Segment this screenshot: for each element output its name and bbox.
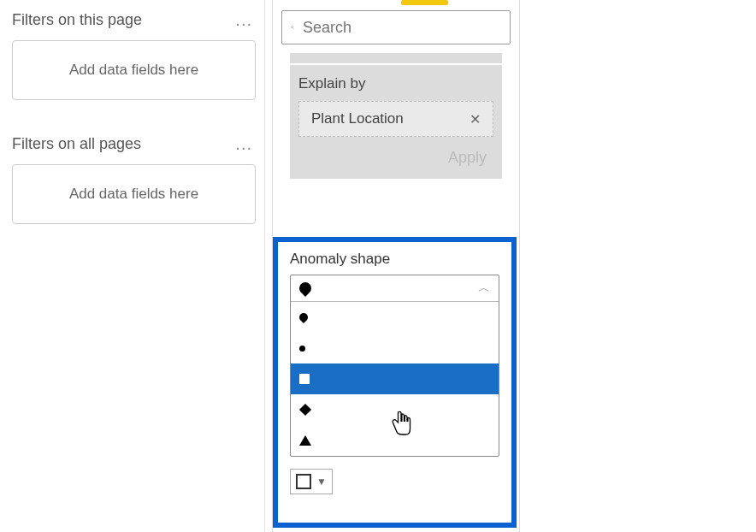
shape-option-dot[interactable] — [291, 333, 499, 364]
apply-button[interactable]: Apply — [298, 149, 493, 167]
remove-chip-icon[interactable]: ✕ — [470, 111, 481, 127]
drop-icon — [298, 311, 310, 323]
filters-on-page-header: Filters on this page ... — [12, 0, 256, 37]
chip-label: Plant Location — [311, 110, 404, 127]
explain-by-label: Explain by — [298, 75, 493, 92]
field-well-placeholder: Add data fields here — [69, 186, 198, 202]
allpages-filter-field-well[interactable]: Add data fields here — [12, 164, 256, 224]
svg-point-0 — [292, 27, 293, 28]
anomaly-shape-card: Anomaly shape ︿ ▼ — [273, 237, 517, 528]
triangle-icon — [299, 435, 311, 446]
color-swatch — [296, 474, 311, 489]
shape-option-drop[interactable] — [291, 302, 499, 333]
shape-option-triangle[interactable] — [291, 425, 499, 456]
explain-field-chip[interactable]: Plant Location ✕ — [298, 101, 493, 137]
filters-pane: Filters on this page ... Add data fields… — [0, 0, 265, 532]
search-input[interactable] — [303, 19, 501, 37]
shape-dropdown-selected[interactable]: ︿ — [291, 275, 499, 302]
filters-on-page-section: Filters on this page ... Add data fields… — [0, 0, 264, 100]
svg-line-1 — [293, 28, 294, 29]
shape-dropdown[interactable]: ︿ — [290, 275, 499, 457]
square-icon — [299, 374, 310, 384]
shape-options-list — [291, 302, 499, 456]
field-well-placeholder: Add data fields here — [69, 62, 198, 78]
filters-on-all-pages-header: Filters on all pages ... — [12, 124, 256, 161]
apply-label: Apply — [448, 149, 487, 166]
filters-on-page-title: Filters on this page — [12, 11, 142, 29]
dot-icon — [299, 346, 305, 352]
filters-on-all-pages-title: Filters on all pages — [12, 135, 141, 153]
diamond-icon — [299, 404, 311, 416]
search-icon — [291, 18, 294, 37]
more-options-icon[interactable]: ... — [235, 10, 252, 30]
section-divider — [290, 53, 502, 63]
page-filter-field-well[interactable]: Add data fields here — [12, 40, 256, 100]
accent-underline — [401, 0, 448, 5]
more-options-icon[interactable]: ... — [235, 134, 252, 154]
shape-option-diamond[interactable] — [291, 394, 499, 425]
chevron-up-icon: ︿ — [478, 281, 490, 296]
filters-on-all-pages-section: Filters on all pages ... Add data fields… — [0, 124, 264, 224]
anomaly-shape-title: Anomaly shape — [290, 251, 499, 268]
drop-icon — [297, 280, 314, 297]
anomaly-color-picker[interactable]: ▼ — [290, 469, 333, 494]
chevron-down-icon: ▼ — [316, 476, 327, 488]
shape-option-square[interactable] — [291, 364, 499, 394]
explain-by-section: Explain by Plant Location ✕ Apply — [290, 65, 502, 179]
search-box[interactable] — [281, 10, 511, 44]
